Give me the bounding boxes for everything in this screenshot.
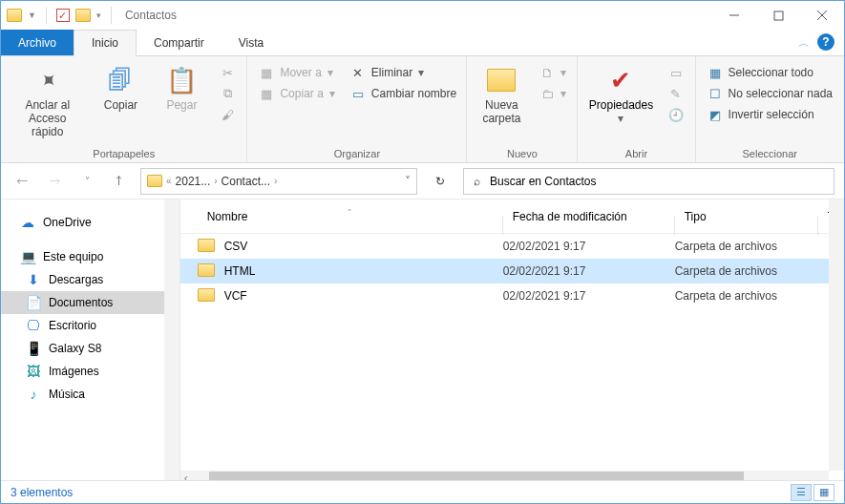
scrollbar-vertical[interactable]: [164, 200, 180, 486]
close-button[interactable]: [800, 1, 844, 30]
window-title: Contactos: [125, 9, 177, 22]
titlebar: ▼ ✓ ▾ Contactos: [1, 1, 844, 30]
status-bar: 3 elementos ☰ ▦: [1, 480, 844, 503]
main-area: ☁OneDrive💻Este equipo⬇Descargas📄Document…: [1, 200, 844, 486]
col-name[interactable]: ˄Nombre: [198, 210, 503, 223]
rename-icon: ▭: [350, 86, 366, 101]
copy-to-button: ▦Copiar a▾: [253, 83, 340, 104]
easy-access-button[interactable]: 🗀▾: [534, 83, 572, 104]
tree-item-label: OneDrive: [43, 216, 92, 229]
breadcrumb-item[interactable]: 2021...: [176, 175, 211, 188]
pin-icon: ✦: [32, 65, 62, 94]
tree-item-label: Descargas: [49, 273, 103, 286]
sort-asc-icon: ˄: [348, 208, 352, 218]
address-row: 🡐 🡒 ˅ 🡑 « 2021... › Contact... › ˅ ↻ ⌕ B…: [1, 163, 844, 200]
chevron-down-icon[interactable]: ▼: [28, 10, 36, 20]
tree-item[interactable]: 🖼Imágenes: [1, 360, 180, 383]
new-item-button[interactable]: 🗋▾: [534, 62, 572, 83]
check-icon: ✔: [604, 64, 637, 96]
cloud-icon: ☁: [20, 215, 35, 230]
file-date: 02/02/2021 9:17: [503, 289, 675, 303]
file-row[interactable]: HTML02/02/2021 9:17Carpeta de archivos: [180, 259, 844, 284]
paste-shortcut-button: 🖌: [214, 104, 241, 125]
address-bar[interactable]: « 2021... › Contact... › ˅: [140, 168, 417, 195]
edit-button: ✎: [663, 83, 689, 104]
desk-icon: 🖵: [26, 318, 41, 333]
maximize-button[interactable]: [756, 1, 800, 30]
icons-view-button[interactable]: ▦: [813, 484, 834, 501]
tree-item[interactable]: ☁OneDrive: [1, 211, 180, 234]
quick-access-toolbar: ▼ ✓ ▾: [7, 7, 116, 24]
mus-icon: ♪: [26, 387, 41, 402]
group-label: Organizar: [253, 145, 460, 162]
tree-item-label: Imágenes: [49, 365, 99, 378]
chevron-icon[interactable]: «: [166, 176, 172, 186]
minimize-button[interactable]: [712, 1, 756, 30]
folder-icon: [198, 263, 215, 277]
tree-item-label: Música: [49, 388, 85, 401]
group-label: Abrir: [583, 145, 688, 162]
file-row[interactable]: VCF02/02/2021 9:17Carpeta de archivos: [180, 284, 844, 308]
up-button[interactable]: 🡑: [108, 170, 131, 193]
group-label: Nuevo: [473, 145, 571, 162]
tab-file[interactable]: Archivo: [1, 30, 74, 55]
copy-button[interactable]: 🗐 Copiar: [92, 60, 149, 116]
tab-home[interactable]: Inicio: [74, 30, 137, 56]
select-all-button[interactable]: ▦Seleccionar todo: [702, 62, 838, 83]
easy-access-icon: 🗀: [539, 86, 555, 101]
paste-button: 📋 Pegar: [153, 60, 210, 116]
tree-item[interactable]: 💻Este equipo: [1, 245, 180, 268]
details-view-button[interactable]: ☰: [791, 484, 812, 501]
col-date[interactable]: Fecha de modificación: [503, 210, 675, 223]
recent-button[interactable]: ˅: [75, 170, 98, 193]
properties-button[interactable]: ✔ Propiedades▾: [583, 60, 658, 129]
svg-rect-1: [774, 11, 783, 20]
tree-item[interactable]: 📄Documentos: [1, 291, 180, 314]
col-type[interactable]: Tipo: [675, 210, 818, 223]
invert-selection-button[interactable]: ◩Invertir selección: [702, 104, 838, 125]
forward-button: 🡒: [43, 170, 66, 193]
search-icon: ⌕: [474, 175, 480, 188]
properties-icon[interactable]: ✓: [56, 9, 70, 22]
invert-icon: ◩: [708, 107, 723, 122]
copy-to-icon: ▦: [259, 86, 274, 101]
back-button[interactable]: 🡐: [11, 170, 33, 193]
brush-icon: 🖌: [220, 107, 235, 122]
open-button: ▭: [663, 62, 689, 83]
scrollbar-vertical[interactable]: [829, 200, 844, 471]
tab-share[interactable]: Compartir: [137, 30, 222, 55]
tree-item[interactable]: 📱Galaxy S8: [1, 337, 180, 360]
folder-icon: [7, 9, 22, 22]
chevron-right-icon[interactable]: ›: [214, 176, 217, 186]
breadcrumb-item[interactable]: Contact...: [222, 175, 270, 188]
chevron-right-icon[interactable]: ›: [274, 176, 277, 186]
select-none-button[interactable]: ☐No seleccionar nada: [702, 83, 838, 104]
chevron-down-icon[interactable]: ˅: [405, 175, 411, 188]
tree-item[interactable]: ⬇Descargas: [1, 268, 180, 291]
rename-button[interactable]: ▭Cambiar nombre: [345, 83, 462, 104]
refresh-button[interactable]: ↻: [427, 168, 454, 195]
group-label: Portapapeles: [7, 145, 241, 162]
file-row[interactable]: CSV02/02/2021 9:17Carpeta de archivos: [180, 234, 844, 259]
folder-icon: [198, 288, 215, 302]
tree-item[interactable]: 🖵Escritorio: [1, 314, 180, 337]
help-icon[interactable]: ?: [817, 33, 834, 51]
ribbon: ✦ Anclar al Acceso rápido 🗐 Copiar 📋 Peg…: [1, 56, 844, 163]
pin-to-quick-access-button[interactable]: ✦ Anclar al Acceso rápido: [7, 60, 88, 142]
tree-item[interactable]: ♪Música: [1, 383, 180, 406]
delete-button[interactable]: ✕Eliminar▾: [345, 62, 462, 83]
file-name: CSV: [224, 240, 503, 253]
chevron-down-icon[interactable]: ▾: [96, 10, 101, 20]
tree-item-label: Este equipo: [43, 250, 103, 263]
img-icon: 🖼: [26, 364, 41, 379]
folder-icon: [198, 239, 215, 252]
search-placeholder: Buscar en Contactos: [490, 175, 596, 188]
collapse-ribbon-icon[interactable]: ︿: [798, 35, 810, 52]
column-headers[interactable]: ˄Nombre Fecha de modificación Tipo T: [180, 200, 844, 234]
tab-view[interactable]: Vista: [222, 30, 281, 55]
new-folder-button[interactable]: Nueva carpeta: [473, 60, 530, 129]
copy-path-icon: ⧉: [220, 86, 235, 101]
search-box[interactable]: ⌕ Buscar en Contactos: [463, 168, 834, 195]
navigation-tree[interactable]: ☁OneDrive💻Este equipo⬇Descargas📄Document…: [1, 200, 180, 486]
folder-icon[interactable]: [75, 9, 91, 22]
